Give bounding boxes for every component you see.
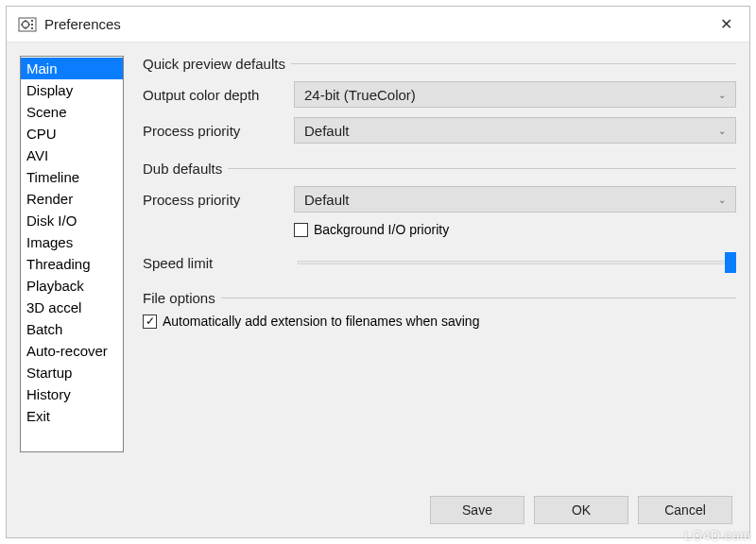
label-color-depth: Output color depth (143, 87, 294, 103)
sidebar-item-images[interactable]: Images (21, 231, 123, 253)
slider-thumb[interactable] (725, 252, 736, 273)
label-bg-io: Background I/O priority (314, 222, 449, 237)
svg-rect-8 (31, 27, 33, 29)
group-legend: File options (143, 290, 221, 306)
sidebar-item-cpu[interactable]: CPU (21, 123, 123, 144)
sidebar-item-render[interactable]: Render (21, 188, 123, 210)
group-legend: Quick preview defaults (143, 56, 291, 72)
dialog-buttons: Save OK Cancel (430, 496, 732, 524)
sidebar-item-3d-accel[interactable]: 3D accel (21, 297, 123, 318)
group-quick-preview: Quick preview defaults Output color dept… (143, 56, 736, 144)
titlebar: Preferences ✕ (7, 7, 749, 42)
sidebar-item-timeline[interactable]: Timeline (21, 166, 123, 188)
label-auto-extension: Automatically add extension to filenames… (163, 314, 479, 329)
sidebar-item-avi[interactable]: AVI (21, 144, 123, 166)
ok-button[interactable]: OK (534, 496, 628, 524)
sidebar-item-startup[interactable]: Startup (21, 362, 123, 383)
sidebar-item-display[interactable]: Display (21, 79, 123, 101)
slider-track (298, 261, 732, 264)
svg-rect-6 (31, 20, 33, 22)
category-list: MainDisplaySceneCPUAVITimelineRenderDisk… (20, 56, 124, 452)
label-speed-limit: Speed limit (143, 255, 294, 271)
app-gear-icon (18, 15, 37, 34)
window-title: Preferences (44, 16, 121, 32)
group-dub: Dub defaults Process priority Default ⌄ … (143, 161, 736, 273)
chevron-down-icon: ⌄ (718, 126, 726, 136)
slider-speed-limit[interactable] (294, 252, 736, 273)
checkbox-bg-io[interactable] (294, 223, 308, 237)
cancel-button[interactable]: Cancel (638, 496, 732, 524)
dropdown-process-priority-preview[interactable]: Default ⌄ (294, 117, 736, 144)
dropdown-process-priority-dub[interactable]: Default ⌄ (294, 186, 736, 212)
sidebar-item-exit[interactable]: Exit (21, 405, 123, 427)
sidebar-item-auto-recover[interactable]: Auto-recover (21, 340, 123, 362)
close-button[interactable]: ✕ (714, 13, 738, 35)
label-process-priority: Process priority (143, 123, 294, 139)
sidebar-item-main[interactable]: Main (21, 58, 123, 79)
watermark: LO4D.com (684, 528, 751, 543)
preferences-dialog: Preferences ✕ MainDisplaySceneCPUAVITime… (6, 6, 750, 538)
chevron-down-icon: ⌄ (718, 195, 726, 205)
group-file-options: File options ✓ Automatically add extensi… (143, 290, 736, 329)
sidebar-item-threading[interactable]: Threading (21, 253, 123, 275)
chevron-down-icon: ⌄ (718, 90, 726, 100)
label-process-priority: Process priority (143, 192, 294, 208)
dropdown-value: 24-bit (TrueColor) (304, 87, 416, 103)
svg-point-1 (23, 21, 29, 27)
save-button[interactable]: Save (430, 496, 524, 524)
svg-rect-7 (31, 24, 33, 26)
sidebar-item-disk-i-o[interactable]: Disk I/O (21, 210, 123, 231)
group-legend: Dub defaults (143, 161, 228, 177)
sidebar-item-batch[interactable]: Batch (21, 318, 123, 340)
settings-panel: Quick preview defaults Output color dept… (124, 56, 736, 473)
dropdown-color-depth[interactable]: 24-bit (TrueColor) ⌄ (294, 81, 736, 108)
checkbox-auto-extension[interactable]: ✓ (143, 314, 157, 329)
dropdown-value: Default (304, 123, 350, 139)
dropdown-value: Default (304, 192, 350, 208)
sidebar-item-playback[interactable]: Playback (21, 275, 123, 297)
sidebar-item-scene[interactable]: Scene (21, 101, 123, 123)
sidebar-item-history[interactable]: History (21, 383, 123, 405)
